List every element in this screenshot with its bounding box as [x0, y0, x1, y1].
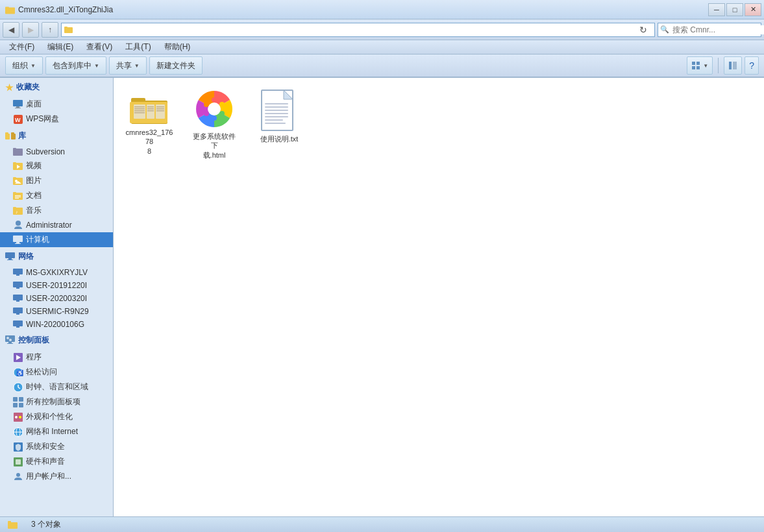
svg-rect-90 [147, 108, 154, 110]
folder-address-icon [64, 26, 73, 34]
svg-rect-41 [8, 258, 12, 260]
svg-rect-50 [16, 313, 19, 315]
file-content: cmnres32_176788 [114, 78, 764, 516]
sidebar-item-administrator[interactable]: Administrator [0, 218, 113, 232]
svg-rect-15 [5, 134, 10, 139]
statusbar: 3 个对象 [0, 516, 764, 532]
sidebar-item-programs[interactable]: 程序 [0, 350, 113, 365]
net3-icon [13, 295, 23, 302]
view-icon [691, 61, 700, 70]
svg-rect-85 [134, 106, 145, 108]
refresh-button[interactable]: ↻ [635, 22, 652, 38]
back-button[interactable]: ◀ [3, 22, 19, 38]
sidebar-library[interactable]: 库 [0, 127, 113, 145]
file-item-txt[interactable]: 使用说明.txt [250, 84, 308, 164]
datetime-label: 时钟、语言和区域 [26, 381, 88, 393]
pane-toggle-button[interactable] [724, 56, 742, 75]
sidebar-item-hardware-sound[interactable]: 硬件和声音 [0, 454, 113, 469]
subversion-label: Subversion [26, 147, 65, 156]
share-button[interactable]: 共享 ▼ [109, 56, 147, 75]
sidebar-item-all-control[interactable]: 所有控制面板项 [0, 394, 113, 409]
sidebar-item-video[interactable]: 视频 [0, 158, 113, 173]
titlebar-folder-icon [5, 5, 16, 15]
sidebar-item-appearance[interactable]: 外观和个性化 [0, 409, 113, 424]
hardware-sound-icon [13, 457, 23, 467]
svg-rect-32 [15, 198, 19, 199]
svg-rect-112 [8, 522, 18, 529]
view-options-button[interactable]: ▼ [687, 56, 713, 75]
svg-text:♿: ♿ [16, 369, 23, 377]
svg-point-36 [16, 221, 21, 226]
sidebar-item-net1[interactable]: MS-GXKIXRYJLV [0, 266, 113, 279]
music-icon: ♪ [13, 206, 23, 215]
net4-label: USERMIC-R9N29 [26, 307, 89, 316]
svg-rect-10 [13, 100, 23, 106]
address-input[interactable]: 计算机 ▶ 本地磁盘 (C:) ▶ 用户 ▶ Administrator ▶ 桌… [73, 25, 635, 34]
organize-dropdown-arrow: ▼ [31, 63, 36, 69]
net3-label: USER-20200320I [26, 294, 87, 303]
close-button[interactable]: ✕ [745, 3, 761, 16]
organize-button[interactable]: 组织 ▼ [5, 56, 43, 75]
search-icon: 🔍 [658, 25, 671, 34]
menubar: 文件(F) 编辑(E) 查看(V) 工具(T) 帮助(H) [0, 40, 764, 54]
sidebar-item-net2[interactable]: USER-20191220I [0, 279, 113, 292]
svg-rect-25 [13, 177, 16, 179]
wps-icon: W [13, 114, 23, 125]
svg-rect-20 [13, 148, 16, 150]
sidebar-item-documents[interactable]: 文档 [0, 188, 113, 203]
net5-icon [13, 320, 23, 328]
menu-view[interactable]: 查看(V) [82, 40, 116, 54]
file-item-html[interactable]: 更多系统软件下载.html [185, 84, 243, 164]
svg-rect-34 [13, 207, 16, 209]
new-folder-button[interactable]: 新建文件夹 [149, 56, 203, 75]
sidebar-item-net5[interactable]: WIN-20200106G [0, 318, 113, 331]
include-library-button[interactable]: 包含到库中 ▼ [45, 56, 106, 75]
net5-label: WIN-20200106G [26, 320, 84, 329]
net1-label: MS-GXKIXRYJLV [26, 268, 88, 277]
search-input[interactable] [671, 25, 764, 34]
svg-rect-9 [733, 62, 737, 69]
share-label: 共享 [116, 60, 132, 71]
sidebar-control-panel[interactable]: 控制面板 [0, 331, 113, 350]
svg-rect-65 [13, 397, 18, 402]
help-button[interactable]: ? [745, 56, 759, 75]
svg-point-78 [16, 473, 20, 477]
net2-icon [13, 282, 23, 289]
maximize-button[interactable]: □ [726, 3, 743, 16]
menu-tools[interactable]: 工具(T) [121, 40, 154, 54]
sidebar-item-accessibility[interactable]: ♿ 轻松访问 [0, 365, 113, 380]
sidebar-item-system-security[interactable]: 系统和安全 [0, 439, 113, 454]
pictures-icon [13, 176, 23, 186]
svg-point-100 [212, 115, 217, 121]
net4-icon [13, 308, 23, 315]
forward-button[interactable]: ▶ [22, 22, 39, 38]
programs-icon [13, 352, 23, 363]
sidebar-item-wps[interactable]: W WPS网盘 [0, 112, 113, 127]
sidebar-item-net4[interactable]: USERMIC-R9N29 [0, 305, 113, 318]
sidebar-favorites[interactable]: ★ 收藏夹 [0, 78, 113, 97]
toolbar-separator [718, 58, 719, 73]
menu-file[interactable]: 文件(F) [5, 40, 38, 54]
menu-help[interactable]: 帮助(H) [160, 40, 195, 54]
sidebar-item-computer[interactable]: 计算机 [0, 232, 113, 247]
sidebar-item-network-internet[interactable]: 网络和 Internet [0, 424, 113, 439]
titlebar-title: Cmnres32.dll_XiTongZhiJia [18, 5, 113, 14]
more-icon [13, 472, 23, 482]
svg-point-71 [19, 416, 21, 418]
file-item-folder[interactable]: cmnres32_176788 [120, 84, 179, 164]
sidebar-network[interactable]: 网络 [0, 247, 113, 266]
txt-icon [260, 89, 298, 132]
svg-rect-12 [15, 108, 21, 108]
sidebar-item-music[interactable]: ♪ 音乐 [0, 203, 113, 218]
sidebar-item-subversion[interactable]: Subversion [0, 145, 113, 158]
network-internet-label: 网络和 Internet [26, 426, 78, 437]
sidebar-item-net3[interactable]: USER-20200320I [0, 292, 113, 305]
up-button[interactable]: ↑ [42, 22, 58, 38]
svg-rect-108 [265, 113, 288, 114]
menu-edit[interactable]: 编辑(E) [43, 40, 77, 54]
sidebar-item-more[interactable]: 用户帐户和... [0, 469, 113, 484]
minimize-button[interactable]: ─ [708, 3, 725, 16]
sidebar-item-pictures[interactable]: 图片 [0, 173, 113, 188]
sidebar-item-desktop[interactable]: 桌面 [0, 97, 113, 112]
sidebar-item-datetime[interactable]: 时钟、语言和区域 [0, 380, 113, 394]
